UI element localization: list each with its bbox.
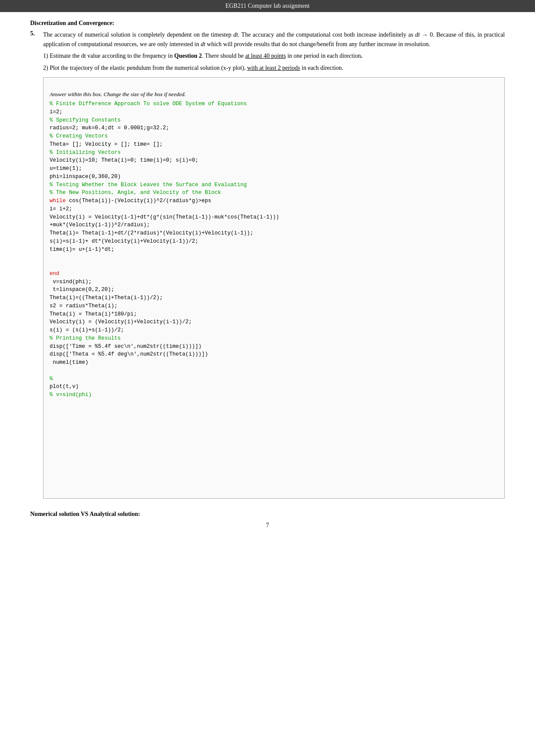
bottom-section-title: Numerical solution VS Analytical solutio… (30, 511, 505, 518)
code-line-11: % Testing Whether the Block Leaves the S… (50, 182, 247, 188)
code-line-26: s(i) = (s(i)+s(i-1))/2; (50, 327, 124, 333)
code-spacer (50, 399, 498, 494)
question-5: 5. The accuracy of numerical solution is… (30, 30, 505, 503)
code-line-1: % Finite Difference Approach To solve OD… (50, 101, 247, 107)
header-bar: EGB211 Computer lab assignment (0, 0, 535, 12)
page-footer: 7 (30, 522, 505, 537)
math-dt-arrow: dt (415, 31, 420, 38)
code-blank-1 (50, 262, 53, 269)
code-line-25: Velocity(i) = (Velocity(i)+Velocity(i-1)… (50, 319, 192, 325)
question-body: The accuracy of numerical solution is co… (43, 30, 505, 503)
question-number: 5. (30, 30, 43, 37)
code-line-28: disp(['Time = %5.4f sec\n',num2str((time… (50, 344, 202, 350)
code-line-8: Velocity(i)=10; Theta(i)=0; time(i)=0; s… (50, 157, 198, 163)
period-bold: . (361, 53, 363, 59)
code-line-22: Theta(i)=((Theta(i)+Theta(i-1))/2); (50, 295, 163, 301)
code-line-5: % Creating Vectors (50, 133, 108, 139)
code-line-12: % The New Positions, Angle, and Velocity… (50, 190, 221, 196)
code-line-27: % Printing the Results (50, 335, 121, 341)
at-least-2-periods: with at least 2 periods (247, 65, 300, 71)
question-paragraph-1: The accuracy of numerical solution is co… (43, 30, 505, 49)
code-line-3: % Specifying Constants (50, 117, 121, 123)
code-while: while (50, 198, 66, 204)
code-box[interactable]: Answer within this box. Change the size … (43, 77, 505, 499)
code-line-19: time(i)= u+(i-1)*dt; (50, 247, 114, 253)
code-line-33: % v=sind(phi) (50, 392, 92, 398)
page: EGB211 Computer lab assignment Discretiz… (0, 0, 535, 756)
code-blank-2 (50, 368, 53, 374)
code-line-31: % (50, 376, 53, 382)
math-dt-2: dt (200, 41, 205, 47)
code-line-21: t=linspace(0,2,20); (50, 287, 114, 293)
code-line-14: i= i+2; (50, 206, 72, 212)
code-line-24: Theta(i) = Theta(i)*180/pi; (50, 311, 137, 317)
code-line-16: +muk*(Velocity(i-1))^2/radius); (50, 222, 150, 228)
at-least-40: at least 40 points (245, 53, 286, 59)
code-line-4: radius=2; muk=0.4;dt = 0.0001;g=32.2; (50, 125, 169, 131)
header-title: EGB211 Computer lab assignment (225, 3, 310, 9)
code-line-10: phi=linspace(0,360,20) (50, 174, 121, 180)
code-line-6: Theta= []; Velocity = []; time= []; (50, 141, 163, 147)
code-line-30: numel(time) (50, 359, 88, 366)
main-content: Discretization and Convergence: 5. The a… (0, 12, 535, 550)
code-line-9: u=time(1); (50, 166, 82, 172)
code-line-2: i=2; (50, 109, 63, 115)
code-line-17: Theta(i)= Theta(i-1)+dt/(2*radius)*(Velo… (50, 230, 253, 236)
code-line-29: disp(['Theta = %5.4f deg\n',num2str((The… (50, 351, 208, 357)
code-line-32: plot(t,v) (50, 384, 79, 390)
sub-question-1: 1) Estimate the dt value according to th… (43, 51, 505, 61)
code-line-23: s2 = radius*Theta(i); (50, 303, 118, 309)
code-hint: Answer within this box. Change the size … (50, 90, 498, 99)
section-title: Discretization and Convergence: (30, 20, 505, 27)
question2-ref: Question 2 (174, 53, 202, 59)
math-dt-1: dt (233, 31, 238, 38)
code-line-15: Velocity(i) = Velocity(i-1)+dt*(g*(sin(T… (50, 214, 279, 220)
code-end: end (50, 271, 59, 277)
code-line-7: % Initializing Vectors (50, 150, 121, 156)
code-line-13b: cos(Theta(i))-(Velocity(i))^2/(radius*g)… (66, 198, 212, 204)
sub-question-2: 2) Plot the trajectory of the elastic pe… (43, 63, 505, 73)
code-line-20: v=sind(phi); (50, 279, 92, 285)
page-number: 7 (266, 522, 269, 528)
code-line-18: s(i)=s(i-1)+ dt*(Velocity(i)+Velocity(i-… (50, 238, 198, 244)
